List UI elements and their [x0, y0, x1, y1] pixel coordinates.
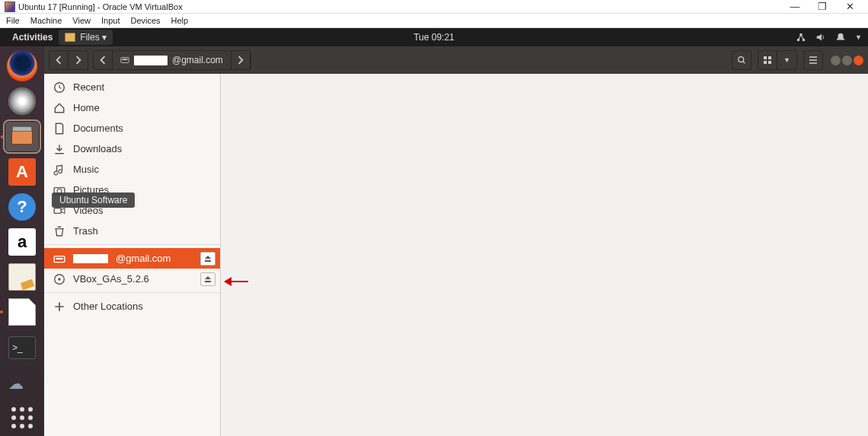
eject-button[interactable]	[200, 272, 215, 286]
dock-libreoffice[interactable]	[5, 297, 40, 327]
dock-help[interactable]: ?	[5, 192, 40, 222]
download-icon	[53, 143, 65, 155]
terminal-icon: >_	[8, 336, 36, 359]
cloud-icon: ☁	[8, 374, 36, 391]
path-next-button[interactable]	[231, 51, 251, 69]
dock-text-editor[interactable]	[5, 262, 40, 292]
sidebar-item-downloads[interactable]: Downloads	[44, 138, 220, 159]
mount-redacted	[73, 254, 108, 263]
sidebar-item-other-locations[interactable]: Other Locations	[44, 296, 220, 317]
clock[interactable]: Tue 09:21	[413, 32, 455, 43]
host-minimize-button[interactable]: —	[781, 1, 809, 12]
software-icon: A	[8, 158, 36, 186]
host-menu-machine[interactable]: Machine	[30, 16, 62, 25]
path-bar: @gmail.com	[93, 50, 251, 70]
firefox-icon	[7, 51, 37, 81]
dock-rhythmbox[interactable]	[5, 86, 40, 116]
host-menu-input[interactable]: Input	[101, 16, 120, 25]
sidebar-separator	[44, 292, 220, 293]
notifications-icon[interactable]	[835, 32, 846, 43]
dock-tooltip: Ubuntu Software	[52, 193, 135, 208]
drive-icon	[120, 56, 129, 65]
dock-files[interactable]	[5, 121, 40, 151]
sidebar-item-label: Downloads	[73, 143, 122, 154]
volume-icon[interactable]	[815, 32, 826, 43]
window-minimize-button[interactable]	[831, 56, 841, 65]
drive-icon	[53, 253, 65, 265]
plus-icon	[53, 301, 65, 313]
window-maximize-button[interactable]	[842, 56, 852, 65]
vm-screen: Activities Files ▾ Tue 09:21 ▼ A ? a >_ …	[0, 28, 868, 436]
text-editor-icon	[8, 263, 36, 291]
sidebar-mount-vbox[interactable]: VBox_GAs_5.2.6	[44, 269, 220, 289]
svg-rect-8	[764, 61, 767, 64]
host-menu-help[interactable]: Help	[171, 16, 189, 25]
amazon-icon: a	[8, 228, 36, 256]
host-menu-file[interactable]: File	[6, 16, 20, 25]
home-icon	[53, 102, 65, 114]
host-menu-view[interactable]: View	[72, 16, 91, 25]
svg-rect-15	[56, 257, 62, 259]
path-redacted	[134, 56, 168, 65]
sidebar-item-label: Music	[73, 164, 99, 175]
sidebar-item-trash[interactable]: Trash	[44, 221, 220, 241]
path-suffix: @gmail.com	[172, 55, 223, 65]
virtualbox-icon	[5, 2, 15, 12]
files-sidebar: Recent Home Documents Downloads Music Pi…	[44, 74, 221, 436]
files-window: @gmail.com ▼ Recent Home Documents	[44, 46, 868, 436]
sidebar-mount-label: VBox_GAs_5.2.6	[73, 273, 149, 285]
sidebar-mount-label: @gmail.com	[116, 253, 171, 264]
sidebar-item-label: Home	[73, 102, 100, 113]
dock-ubuntu-software[interactable]: A	[5, 157, 40, 187]
dock-firefox[interactable]	[5, 51, 40, 81]
svg-rect-9	[768, 61, 771, 64]
host-close-button[interactable]: ✕	[836, 1, 863, 12]
activities-button[interactable]: Activities	[6, 32, 59, 43]
search-button[interactable]	[732, 50, 752, 70]
svg-point-17	[58, 278, 60, 280]
dock-show-applications[interactable]	[5, 403, 40, 433]
nav-forward-button[interactable]	[69, 50, 88, 70]
music-icon	[53, 164, 65, 176]
sidebar-item-label: Trash	[73, 225, 98, 237]
path-segment-drive[interactable]: @gmail.com	[113, 51, 231, 69]
host-menubar: File Machine View Input Devices Help	[0, 14, 868, 28]
nav-back-button[interactable]	[49, 50, 69, 70]
path-root-button[interactable]	[94, 51, 113, 69]
system-menu-caret[interactable]: ▼	[855, 33, 862, 41]
sidebar-separator	[44, 244, 220, 245]
files-icon	[11, 129, 33, 145]
trash-icon	[53, 225, 65, 237]
sidebar-item-label: Documents	[73, 123, 123, 134]
host-menu-devices[interactable]: Devices	[130, 16, 160, 25]
sidebar-mount-gdrive[interactable]: @gmail.com	[44, 248, 220, 269]
sidebar-item-label: Other Locations	[73, 301, 143, 312]
svg-rect-4	[123, 59, 128, 60]
host-titlebar: Ubuntu 17 [Running] - Oracle VM VirtualB…	[0, 0, 868, 14]
dock-amazon[interactable]: a	[5, 227, 40, 257]
svg-rect-7	[768, 56, 771, 59]
window-close-button[interactable]	[854, 56, 863, 65]
document-icon	[53, 123, 65, 135]
help-icon: ?	[8, 193, 36, 221]
app-menu-label: Files ▾	[80, 32, 107, 43]
files-content-area[interactable]	[221, 74, 868, 436]
host-maximize-button[interactable]: ❐	[809, 1, 836, 12]
ubuntu-dock: A ? a >_ ☁	[0, 46, 44, 436]
apps-grid-icon	[8, 404, 36, 431]
dock-weather[interactable]: ☁	[5, 368, 40, 398]
view-grid-button[interactable]	[758, 50, 777, 70]
sidebar-item-recent[interactable]: Recent	[44, 77, 220, 97]
gnome-topbar: Activities Files ▾ Tue 09:21 ▼	[0, 28, 868, 46]
sidebar-item-home[interactable]: Home	[44, 97, 220, 118]
view-options-button[interactable]: ▼	[777, 50, 797, 70]
dock-terminal[interactable]: >_	[5, 333, 40, 363]
app-menu-button[interactable]: Files ▾	[59, 30, 113, 45]
annotation-arrow	[224, 277, 248, 286]
sidebar-item-music[interactable]: Music	[44, 159, 220, 180]
network-icon[interactable]	[796, 32, 806, 43]
sidebar-item-documents[interactable]: Documents	[44, 118, 220, 138]
hamburger-menu-button[interactable]	[803, 50, 823, 70]
svg-rect-6	[764, 56, 767, 59]
eject-button[interactable]	[200, 252, 215, 266]
